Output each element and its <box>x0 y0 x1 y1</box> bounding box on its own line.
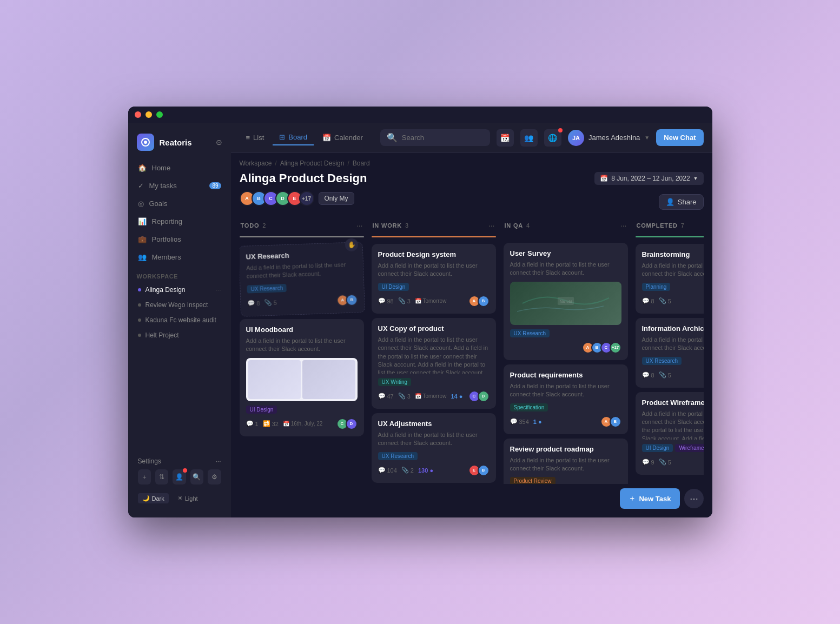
search-input[interactable] <box>402 134 484 142</box>
gear-icon[interactable]: ⚙ <box>208 469 221 484</box>
todo-card2-date: 📅 16th, July, 22 <box>283 421 323 427</box>
new-task-button[interactable]: ＋ New Task <box>620 488 679 509</box>
completed-card1-footer: 💬 8 📎 5 A B <box>642 295 704 307</box>
todo-card-2[interactable]: UI Moodboard Add a field in the portal t… <box>240 319 364 436</box>
inqa-card2-footer: 💬 354 1 ● A B <box>510 416 621 428</box>
calendar-label: Calender <box>334 134 363 142</box>
people-action-icon[interactable]: 👥 <box>520 129 538 147</box>
nav-item-members[interactable]: 👥 Members <box>133 249 227 265</box>
tasks-badge: 89 <box>209 182 221 189</box>
workspace-label-kaduna: Kaduna Fc website audit <box>145 316 216 324</box>
inqa-card-1[interactable]: User Survey Add a field in the portal to… <box>504 243 628 360</box>
nav-item-portfolios[interactable]: 💼 Portfolios <box>133 231 227 248</box>
inwork-card3-avatars: E B <box>468 464 490 476</box>
settings-more-icon[interactable]: ··· <box>215 457 221 465</box>
workspace-item-kaduna[interactable]: Kaduna Fc website audit <box>133 313 227 327</box>
workspace-item-alinga[interactable]: Alinga Design ··· <box>133 283 227 297</box>
user-settings-icon[interactable]: 👤 <box>173 469 186 484</box>
completed-card1-tags: Planning <box>642 283 704 291</box>
nav-item-mytasks[interactable]: ✓ My tasks 89 <box>133 177 227 194</box>
workspace-more-icon[interactable]: ··· <box>216 287 221 293</box>
workspace-item-wego[interactable]: Review Wego Inspect <box>133 298 227 312</box>
only-my-button[interactable]: Only My <box>319 192 354 205</box>
breadcrumb-workspace[interactable]: Workspace <box>240 160 272 167</box>
col-inwork-count: 3 <box>405 222 408 229</box>
inqa-card3-tag[interactable]: Product Review <box>510 477 555 484</box>
svg-text:Nairobi: Nairobi <box>559 300 572 303</box>
nav-item-reporting[interactable]: 📊 Reporting <box>133 213 227 230</box>
maximize-button[interactable] <box>156 111 163 118</box>
completed-card-3[interactable]: Product Wireframe Add a field in the por… <box>636 392 704 475</box>
col-todo-more[interactable]: ··· <box>356 221 363 230</box>
inwork-card-1[interactable]: Product Design system Add a field in the… <box>372 244 496 314</box>
inwork-card3-tag[interactable]: UX Research <box>378 452 418 460</box>
completed-card3-tag2[interactable]: Wireframe <box>675 444 703 452</box>
todo-card2-tag[interactable]: UI Design <box>246 406 277 414</box>
inwork-card-3[interactable]: UX Adjustments Add a field in the portal… <box>372 413 496 483</box>
calendar-action-icon[interactable]: 📆 <box>497 129 514 147</box>
light-theme-btn[interactable]: ☀ Light <box>173 493 202 503</box>
breadcrumb-project[interactable]: Alinga Product Design <box>280 160 345 167</box>
new-chat-button[interactable]: New Chat <box>656 129 703 146</box>
share-button[interactable]: 👤 Share <box>659 194 704 210</box>
completed-card2-tag[interactable]: UX Research <box>642 357 682 365</box>
col-inwork-more[interactable]: ··· <box>488 221 495 230</box>
completed-card1-tag[interactable]: Planning <box>642 283 671 291</box>
calendar-small-icon: 📅 <box>600 175 608 182</box>
member-action-row: A B C D E +17 Only My 👤 Share <box>240 191 704 213</box>
todo-card1-tag[interactable]: UX Research <box>247 284 287 294</box>
theme-toggle: 🌙 Dark ☀ Light <box>133 490 227 507</box>
main-content: ≡ List ⊞ Board 📅 Calender 🔍 <box>231 123 712 517</box>
logo-icon <box>137 134 154 151</box>
nav-item-goals[interactable]: ◎ Goals <box>133 195 227 212</box>
sun-icon: ☀ <box>177 495 183 502</box>
dark-theme-btn[interactable]: 🌙 Dark <box>138 493 169 503</box>
inwork-card2-title: UX Copy of product <box>378 324 490 333</box>
user-area[interactable]: JA James Adeshina ▼ <box>568 130 650 146</box>
member-row: A B C D E +17 Only My <box>240 191 354 206</box>
arrange-icon[interactable]: ⇅ <box>155 469 168 484</box>
nav-label-mytasks: My tasks <box>149 182 177 190</box>
tab-list[interactable]: ≡ List <box>240 130 271 145</box>
tab-board[interactable]: ⊞ Board <box>273 130 314 145</box>
search-settings-icon[interactable]: 🔍 <box>190 469 203 484</box>
inqa-card1-tags: UX Research <box>510 329 621 337</box>
preview-block-1 <box>248 360 301 399</box>
col-todo-title: TODO <box>241 222 260 229</box>
todo-card2-comments: 💬 1 <box>246 420 259 427</box>
workspace-item-helt[interactable]: Helt Project <box>133 328 227 342</box>
completed-card-2[interactable]: Information Archicchture Add a field in … <box>636 318 704 388</box>
todo-card2-title: UI Moodboard <box>246 326 358 334</box>
inwork-card-2[interactable]: UX Copy of product Add a field in the po… <box>372 318 496 409</box>
minimize-button[interactable] <box>145 111 152 118</box>
inqa-card1-tag[interactable]: UX Research <box>510 329 550 337</box>
goals-icon: ◎ <box>138 200 144 208</box>
date-range-text: 8 Jun, 2022 – 12 Jun, 2022 <box>611 175 690 182</box>
completed-card-1[interactable]: Brainstorming Add a field in the portal … <box>636 244 704 314</box>
search-bar[interactable]: 🔍 <box>380 129 490 146</box>
col-inqa-more[interactable]: ··· <box>620 221 627 230</box>
inqa-card-2[interactable]: Product requirements Add a field in the … <box>504 364 628 434</box>
inqa-card-3[interactable]: Review product roadmap Add a field in th… <box>504 439 628 484</box>
date-filter[interactable]: 📅 8 Jun, 2022 – 12 Jun, 2022 ▼ <box>594 172 703 185</box>
inqa-card2-tag[interactable]: Specification <box>510 403 548 411</box>
map-svg: Nairobi <box>510 282 621 325</box>
tab-calendar[interactable]: 📅 Calender <box>316 130 369 145</box>
sidebar-settings-icon[interactable]: ⊙ <box>216 138 222 147</box>
completed-card2-comments: 💬 8 <box>642 371 654 379</box>
globe-action-icon[interactable]: 🌐 <box>544 129 561 147</box>
inwork-card2-tag[interactable]: UX Writing <box>378 378 412 386</box>
options-circle-button[interactable]: ⋯ <box>684 489 704 508</box>
comment-icon: 💬 <box>378 467 386 474</box>
nav-item-home[interactable]: 🏠 Home <box>133 160 227 176</box>
add-settings-icon[interactable]: ＋ <box>138 469 151 484</box>
completed-card3-tag1[interactable]: UI Design <box>642 444 673 452</box>
topbar-actions: 📆 👥 🌐 JA James Adeshina ▼ New Chat <box>497 129 704 147</box>
logo-text: Reatoris <box>160 138 192 147</box>
todo-card-1[interactable]: ✋ UX Research Add a field in the portal … <box>240 242 365 317</box>
close-button[interactable] <box>135 111 141 118</box>
comment-icon: 💬 <box>378 297 386 304</box>
completed-card2-title: Information Archicchture <box>642 324 704 333</box>
drag-handle-icon[interactable]: ✋ <box>345 238 358 251</box>
inwork-card1-tag[interactable]: UI Design <box>378 283 409 291</box>
